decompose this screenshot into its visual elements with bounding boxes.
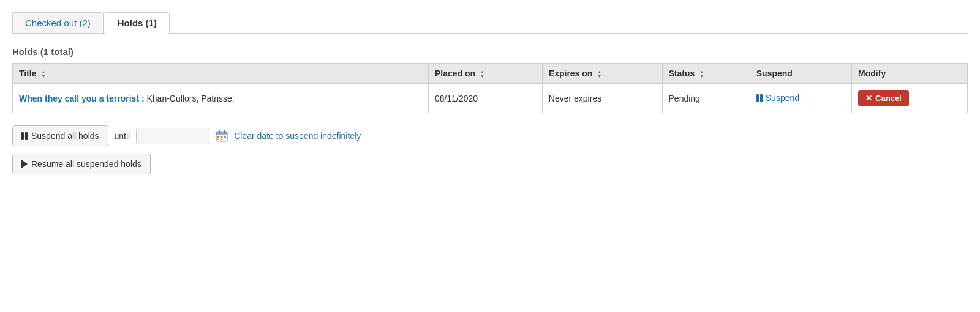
svg-rect-6 (224, 136, 226, 138)
sort-title-icon[interactable]: ▲▼ (41, 70, 45, 78)
cell-status: Pending (662, 84, 750, 113)
col-expires-on[interactable]: Expires on ▲▼ (542, 64, 662, 84)
clear-date-link[interactable]: Clear date to suspend indefinitely (234, 131, 361, 141)
resume-all-button[interactable]: Resume all suspended holds (12, 154, 151, 174)
col-title[interactable]: Title ▲▼ (13, 64, 429, 84)
svg-rect-7 (217, 139, 219, 140)
svg-rect-5 (221, 136, 223, 138)
cell-expires-on: Never expires (542, 84, 662, 113)
until-label: until (115, 131, 130, 141)
sort-expires-on-icon[interactable]: ▲▼ (597, 70, 601, 78)
col-modify: Modify (852, 64, 968, 84)
table-header-row: Title ▲▼ Placed on ▲▼ Expires on ▲▼ Stat… (13, 64, 968, 84)
cancel-button[interactable]: ✕ Cancel (858, 90, 909, 106)
suspend-all-pause-icon (21, 132, 28, 140)
sort-placed-on-icon[interactable]: ▲▼ (480, 70, 484, 78)
tabs-bar: Checked out (2) Holds (1) (12, 12, 968, 34)
cancel-x-icon: ✕ (865, 94, 872, 103)
cell-title: When they call you a terrorist : Khan-Cu… (13, 84, 429, 113)
suspend-all-row: Suspend all holds until Clear date to su… (12, 125, 968, 146)
holds-table: Title ▲▼ Placed on ▲▼ Expires on ▲▼ Stat… (12, 63, 968, 113)
calendar-icon[interactable] (216, 130, 228, 142)
svg-rect-8 (221, 139, 223, 140)
holds-section-heading: Holds (1 total) (12, 46, 968, 57)
play-icon (21, 160, 28, 168)
svg-rect-1 (216, 132, 227, 135)
tab-holds[interactable]: Holds (1) (105, 12, 170, 34)
svg-rect-4 (217, 136, 219, 138)
resume-all-row: Resume all suspended holds (12, 154, 968, 174)
col-suspend: Suspend (750, 64, 851, 84)
col-placed-on[interactable]: Placed on ▲▼ (429, 64, 543, 84)
sort-status-icon[interactable]: ▲▼ (699, 70, 704, 78)
cell-modify: ✕ Cancel (852, 84, 968, 113)
bottom-controls: Suspend all holds until Clear date to su… (12, 125, 968, 174)
book-title-link[interactable]: When they call you a terrorist : (19, 94, 145, 103)
cell-suspend: Suspend (750, 84, 851, 113)
suspend-button[interactable]: Suspend (756, 93, 799, 103)
until-date-input[interactable] (136, 128, 209, 144)
col-status[interactable]: Status ▲▼ (662, 64, 750, 84)
pause-icon (756, 94, 763, 102)
suspend-all-button[interactable]: Suspend all holds (12, 125, 108, 146)
cell-placed-on: 08/11/2020 (429, 84, 543, 113)
book-title-rest: Khan-Cullors, Patrisse, (145, 94, 235, 103)
tab-checked-out[interactable]: Checked out (2) (12, 12, 104, 33)
table-row: When they call you a terrorist : Khan-Cu… (13, 84, 968, 113)
